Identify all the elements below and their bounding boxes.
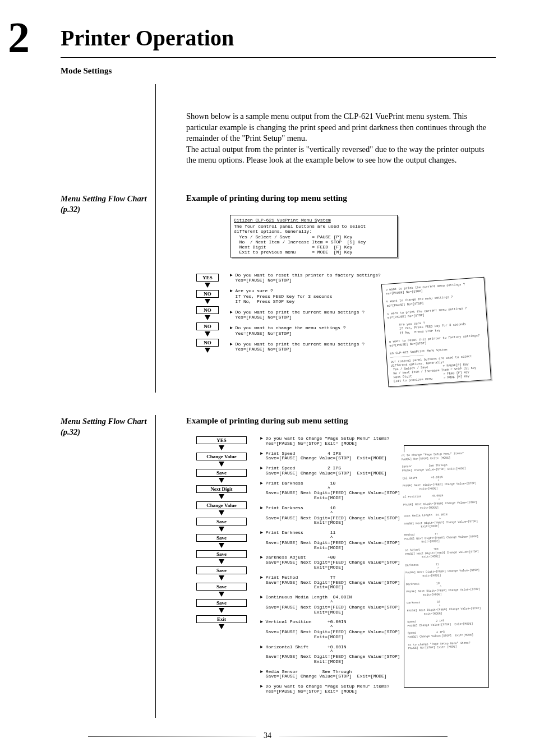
arrow-down-icon (219, 592, 224, 597)
arrow-down-icon (219, 559, 224, 564)
intro-para-1: Shown below is a sample menu output from… (186, 111, 489, 144)
example-heading-1: Example of printing during top menu sett… (186, 193, 347, 203)
arrow-down-icon (205, 348, 210, 353)
arrow-down-icon (219, 445, 224, 450)
diagram-top-menu: Citizen CLP-621 VuePrint Menu System The… (196, 212, 488, 397)
arrow-down-icon (219, 478, 224, 483)
menu-system-box: Citizen CLP-621 VuePrint Menu System The… (230, 215, 398, 257)
flow-step: ► Print Darkness 10 ^ Save=[PAUSE] Next … (260, 506, 406, 525)
flow-label: NO (196, 322, 219, 330)
flow-step: ► Horizontal Shift +0.00IN ^ Save=[PAUSE… (260, 645, 406, 665)
arrow-down-icon (219, 608, 224, 613)
flow-label: YES (196, 436, 247, 444)
arrow-down-icon (205, 331, 210, 336)
flow-label: NO (196, 290, 219, 298)
flow-label: Save (196, 518, 247, 525)
flow-step: ► Do you want to change "Page Setup Menu… (260, 684, 406, 694)
section-title: Mode Settings (61, 66, 112, 76)
flow-label: Save (196, 534, 247, 542)
flow-label: Save (196, 599, 247, 607)
arrow-down-icon (205, 283, 210, 288)
intro-para-2: The actual output from the printer is "v… (186, 144, 489, 166)
menu-system-title: Citizen CLP-621 VuePrint Menu System (234, 218, 394, 223)
diagram-sub-menu: YESChange ValueSaveNext DigitChange Valu… (196, 435, 488, 716)
vertical-divider (155, 415, 156, 718)
chapter-title: Printer Operation (61, 25, 234, 51)
flow-label: Save (196, 469, 247, 477)
flow-step: ► Darkness Adjust +00 Save=[PAUSE] Next … (260, 555, 406, 570)
flow-label: YES (196, 274, 219, 282)
flow-label: Change Value (196, 453, 247, 460)
arrow-down-icon (219, 527, 224, 532)
flow-step: ► Do you want to print the current menu … (230, 342, 393, 352)
arrow-down-icon (205, 299, 210, 304)
sidebar-cross-ref: Menu Setting Flow Chart (p.32) (61, 416, 150, 437)
divider-line (61, 57, 496, 58)
arrow-down-icon (219, 462, 224, 467)
page-footer: 34 (0, 731, 535, 740)
flow-step: ► Media Sensor See Through Save=[PAUSE] … (260, 670, 406, 680)
sidebar-cross-ref: Menu Setting Flow Chart (p.32) (61, 193, 150, 215)
flow-step: ► Print Method TT Save=[PAUSE] Next Digi… (260, 575, 406, 590)
flow-step: ► Vertical Position +0.00IN ^ Save=[PAUS… (260, 620, 406, 639)
page-number: 34 (264, 731, 271, 740)
flow-step: ► Print Darkness 10 ^ Save=[PAUSE] Next … (260, 481, 406, 501)
example-heading-2: Example of printing during sub menu sett… (186, 416, 348, 426)
flow-label: NO (196, 306, 219, 314)
chapter-number: 2 (8, 16, 30, 59)
arrow-down-icon (219, 494, 224, 499)
flow-step: ► Do you want to change "Page Setup Menu… (260, 436, 406, 446)
printout-thumbnail: u want to print the current menu setting… (381, 277, 491, 387)
flow-step: ► Do you want to change the menu setting… (230, 325, 393, 335)
flow-label: Exit (196, 615, 247, 623)
flow-label: Save (196, 583, 247, 591)
arrow-down-icon (219, 624, 224, 629)
arrow-down-icon (219, 575, 224, 580)
arrow-down-icon (219, 510, 224, 515)
flow-step: ► Do you want to reset this printer to f… (230, 273, 393, 283)
footer-rule-left (88, 736, 256, 737)
flow-step: ► Print Speed 4 IPS Save=[PAUSE] Change … (260, 451, 406, 462)
footer-rule-right (279, 736, 448, 737)
arrow-down-icon (205, 315, 210, 320)
flow-label: Next Digit (196, 485, 247, 493)
printout-thumbnail: nt to change "Page Setup Menu" items? PA… (400, 450, 488, 687)
vertical-divider (155, 84, 156, 393)
flow-step: ► Continuous Media Length 04.00IN ^ Save… (260, 595, 406, 615)
flow-label: Change Value (196, 501, 247, 509)
menu-system-body: The four control panel buttons are used … (234, 224, 366, 255)
arrow-down-icon (219, 543, 224, 548)
flow-step: ► Do you want to print the current menu … (230, 310, 393, 320)
flow-label: Save (196, 566, 247, 574)
flow-label: NO (196, 339, 219, 347)
flow-step: ► Are you sure ? If Yes, Press FEED key … (230, 288, 393, 304)
flow-label: Save (196, 550, 247, 558)
flow-step: ► Print Speed 2 IPS Save=[PAUSE] Change … (260, 466, 406, 476)
intro-paragraphs: Shown below is a sample menu output from… (186, 111, 489, 166)
flow-step: ► Print Darkness 11 ^ Save=[PAUSE] Next … (260, 531, 406, 550)
